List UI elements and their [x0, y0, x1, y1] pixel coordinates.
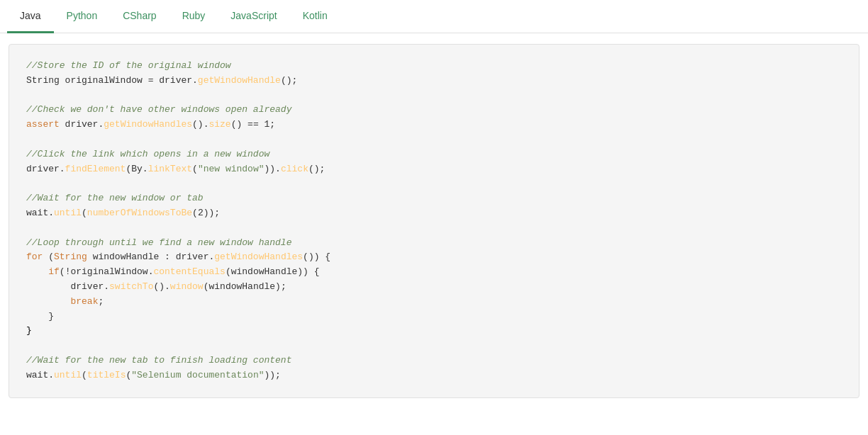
code-line: driver.findElement(By.linkText("new wind…: [26, 162, 842, 177]
tab-csharp[interactable]: CSharp: [110, 0, 169, 33]
tab-python[interactable]: Python: [54, 0, 111, 33]
code-line: wait.until(numberOfWindowsToBe(2));: [26, 206, 842, 221]
code-line: [26, 339, 842, 354]
tab-ruby[interactable]: Ruby: [169, 0, 218, 33]
code-line: wait.until(titleIs("Selenium documentati…: [26, 368, 842, 383]
tab-kotlin[interactable]: Kotlin: [290, 0, 340, 33]
code-line: [26, 176, 842, 191]
code-line: //Wait for the new tab to finish loading…: [26, 354, 842, 368]
code-line: }: [26, 324, 842, 339]
code-container: //Store the ID of the original windowStr…: [9, 44, 859, 398]
tab-java[interactable]: Java: [7, 0, 54, 33]
code-line: //Check we don't have other windows open…: [26, 103, 842, 118]
code-line: if(!originalWindow.contentEquals(windowH…: [26, 265, 842, 280]
code-line: [26, 221, 842, 236]
code-line: //Store the ID of the original window: [26, 59, 842, 74]
code-line: //Loop through until we find a new windo…: [26, 236, 842, 251]
code-line: driver.switchTo().window(windowHandle);: [26, 280, 842, 295]
code-line: }: [26, 310, 842, 324]
code-line: assert driver.getWindowHandles().size() …: [26, 118, 842, 132]
code-line: break;: [26, 295, 842, 310]
tab-javascript[interactable]: JavaScript: [218, 0, 289, 33]
code-line: //Click the link which opens in a new wi…: [26, 147, 842, 162]
code-line: String originalWindow = driver.getWindow…: [26, 74, 842, 89]
code-line: [26, 132, 842, 147]
code-line: //Wait for the new window or tab: [26, 191, 842, 206]
code-block: //Store the ID of the original windowStr…: [26, 59, 842, 383]
code-line: [26, 89, 842, 103]
code-line: for (String windowHandle : driver.getWin…: [26, 250, 842, 265]
tabs-container: Java Python CSharp Ruby JavaScript Kotli…: [0, 0, 868, 33]
